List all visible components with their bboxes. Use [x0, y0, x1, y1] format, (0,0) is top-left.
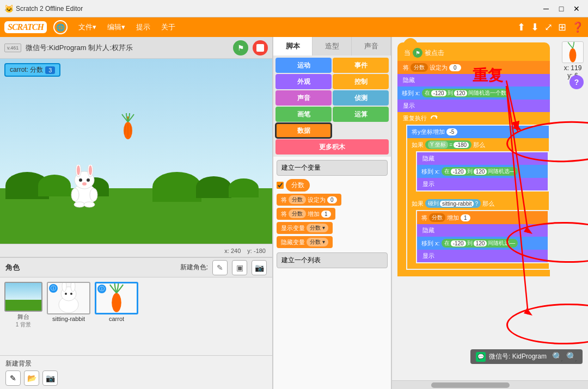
hide-block-3[interactable]: 隐藏 — [417, 224, 548, 237]
sky-background — [0, 59, 272, 188]
goto-x-block-3[interactable]: 移到 x: 在 -120 到 120 间随机选— — [417, 237, 548, 250]
file-menu[interactable]: 文件▾ — [74, 20, 101, 34]
right-panel: x: 119 y: 6 ? 重复 当 ⚑ 被点击 将 — [392, 37, 588, 389]
scrollbar-thumb[interactable] — [431, 382, 510, 388]
svg-point-25 — [569, 48, 577, 63]
carrot-sprite — [120, 113, 136, 140]
create-variable-button[interactable]: 建立一个变量 — [277, 160, 388, 176]
carrot-label: carrot — [95, 316, 138, 322]
upload-bg-button[interactable]: 📂 — [24, 371, 39, 386]
if-touching-inner: 将 分数 增加 1 隐藏 移到 x: 在 -120 到 120 间随机选— 显示 — [416, 210, 549, 263]
sitting-rabbit-image: ⓘ — [47, 282, 90, 314]
language-button[interactable]: 🌐 — [53, 20, 68, 34]
show-block-1[interactable]: 显示 — [397, 100, 550, 112]
repeat-c-block[interactable]: 重复执行 将y坐标增加 -5 — [397, 112, 550, 276]
variables-section: 建立一个变量 分数 将 分数 设定为 0 将 分数 增加 1 显示变量 分数 ▾… — [273, 157, 391, 389]
title-bar: 🐱 Scratch 2 Offline Editor ─ □ ✕ — [0, 0, 588, 17]
edit-menu[interactable]: 编辑▾ — [103, 20, 130, 34]
svg-point-24 — [112, 293, 121, 312]
create-list-button[interactable]: 建立一个列表 — [277, 252, 388, 268]
sitting-rabbit-thumb[interactable]: ⓘ sitting-rabbit — [47, 282, 90, 322]
zoom-in-icon: 🔍 — [566, 351, 577, 362]
paint-bg-button[interactable]: ✎ — [5, 371, 21, 386]
main-layout: v.461 微信号:KidProgram 制片人:权芹乐 ⚑ — [0, 37, 588, 389]
goto-x-block-1[interactable]: 移到 x: 在 -120 到 120 间随机选一个数 — [397, 87, 550, 100]
carrot-thumb[interactable]: ⓘ carrot — [95, 282, 138, 322]
if-y-inner: 隐藏 移到 x: 在 -120 到 120 间随机选— 显示 — [416, 151, 549, 192]
coords-sprite-image — [562, 41, 584, 63]
red-circle-3 — [506, 302, 588, 345]
if-y-block[interactable]: 如果 Y 坐标 = -180 那么 — [407, 138, 549, 197]
camera-sprite-button[interactable]: 📷 — [252, 260, 267, 275]
hide-variable-block: 隐藏变量 分数 ▾ — [277, 236, 388, 248]
help-button[interactable]: ? — [569, 75, 584, 89]
info-icon[interactable]: ⓘ — [49, 284, 58, 293]
looks-category[interactable]: 外观 — [275, 74, 332, 89]
download-icon[interactable]: ⬇ — [531, 21, 539, 33]
score-label: carrot: 分数 — [10, 65, 43, 75]
stage-canvas: carrot: 分数 3 — [0, 59, 272, 244]
set-var-block[interactable]: 将 分数 设定为 0 — [277, 194, 341, 206]
scripts-area[interactable]: 重复 当 ⚑ 被点击 将 分数 设定为 0 — [392, 37, 588, 380]
events-category[interactable]: 事件 — [333, 58, 389, 73]
new-bg-label: 新建背景 — [5, 359, 267, 368]
stage-title: 微信号:KidProgram 制片人:权芹乐 — [26, 43, 229, 53]
change-score-block[interactable]: 将 分数 增加 1 — [417, 211, 548, 224]
new-bg-section: 新建背景 ✎ 📂 📷 — [0, 355, 272, 389]
variable-checkbox-score[interactable] — [277, 182, 284, 189]
tab-script[interactable]: 脚本 — [273, 37, 313, 55]
carrot-info-icon[interactable]: ⓘ — [97, 285, 106, 293]
variable-block-score[interactable]: 分数 — [286, 179, 310, 192]
paint-sprite-button[interactable]: ✎ — [212, 260, 228, 275]
size-icon[interactable]: ⊞ — [558, 21, 566, 33]
hide-block-2[interactable]: 隐藏 — [417, 152, 548, 165]
maximize-button[interactable]: □ — [554, 3, 568, 14]
bush-5 — [196, 176, 231, 198]
tips-menu[interactable]: 提示 — [132, 20, 155, 34]
pen-category[interactable]: 画笔 — [275, 107, 332, 122]
green-flag-button[interactable]: ⚑ — [233, 40, 248, 55]
toolbar-icons: ⬆ ⬇ ⤢ ⊞ ❓ — [517, 21, 584, 33]
show-block-2[interactable]: 显示 — [417, 178, 548, 190]
sound-category[interactable]: 声音 — [275, 90, 332, 106]
sensing-category[interactable]: 侦测 — [333, 90, 389, 106]
operators-category[interactable]: 运算 — [333, 107, 389, 122]
upload-sprite-button[interactable]: ▣ — [232, 260, 247, 275]
script-x-coord: x: 119 — [562, 64, 584, 72]
svg-point-17 — [84, 202, 95, 207]
data-category[interactable]: 数据 — [275, 123, 332, 138]
close-button[interactable]: ✕ — [569, 3, 584, 14]
svg-point-8 — [77, 165, 80, 175]
tab-costume[interactable]: 造型 — [313, 37, 352, 55]
upload-icon[interactable]: ⬆ — [517, 21, 525, 33]
hide-var-block[interactable]: 隐藏变量 分数 ▾ — [277, 236, 333, 248]
minimize-button[interactable]: ─ — [539, 3, 553, 14]
svg-point-12 — [87, 178, 90, 182]
goto-x-block-2[interactable]: 移到 x: 在 -120 到 120 间随机选— — [417, 165, 548, 178]
tab-sound[interactable]: 声音 — [352, 37, 391, 55]
motion-category[interactable]: 运动 — [275, 58, 332, 73]
control-category[interactable]: 控制 — [333, 74, 389, 89]
bottom-scrollbar[interactable] — [392, 380, 588, 389]
more-blocks-category[interactable]: 更多积木 — [275, 139, 389, 155]
if-touching-block[interactable]: 如果 碰到 sitting-rabbit ? 那么 将 分数 增加 1 — [407, 197, 549, 269]
y-coord: y: -180 — [247, 248, 266, 254]
help-icon[interactable]: ❓ — [572, 21, 584, 33]
show-block-3[interactable]: 显示 — [417, 250, 548, 262]
watermark: 💬 微信号: KidProgram 🔍 🔍 — [470, 349, 583, 364]
stop-button[interactable] — [253, 40, 268, 55]
score-var-label: 分数 — [411, 63, 428, 72]
when-flag-block[interactable]: 当 ⚑ 被点击 — [397, 42, 550, 61]
stage-bg-count: 1 背景 — [4, 321, 42, 329]
fullscreen-icon[interactable]: ⤢ — [544, 21, 553, 33]
svg-point-10 — [89, 165, 92, 175]
camera-bg-button[interactable]: 📷 — [42, 371, 58, 386]
new-bg-buttons: ✎ 📂 📷 — [5, 371, 267, 386]
show-var-block[interactable]: 显示变量 分数 ▾ — [277, 222, 333, 234]
bush-4 — [152, 172, 201, 202]
change-y-block[interactable]: 将y坐标增加 -5 — [407, 126, 549, 138]
change-var-block[interactable]: 将 分数 增加 1 — [277, 208, 335, 220]
about-menu[interactable]: 关于 — [157, 20, 180, 34]
svg-point-15 — [90, 188, 97, 201]
stage-thumbnail[interactable]: 舞台 1 背景 — [4, 282, 42, 329]
